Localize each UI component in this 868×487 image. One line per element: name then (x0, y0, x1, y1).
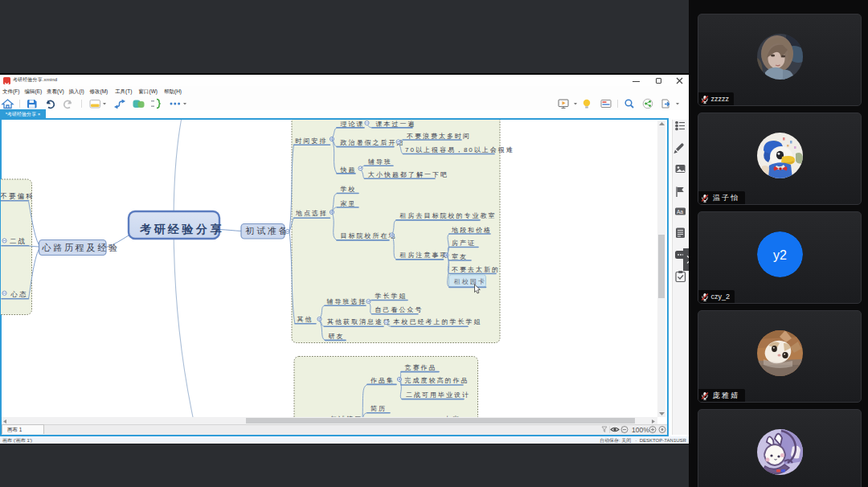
svg-text:本校已经考上的学长学姐: 本校已经考上的学长学姐 (393, 318, 482, 325)
svg-text:辅导班: 辅导班 (368, 158, 392, 166)
svg-text:学长学姐: 学长学姐 (375, 293, 407, 300)
svg-text:其他: 其他 (297, 316, 313, 323)
svg-text:作品集: 作品集 (370, 377, 395, 384)
svg-text:政治暑假之后开始: 政治暑假之后开始 (340, 139, 405, 146)
svg-text:快题: 快题 (340, 166, 357, 174)
svg-text:不要浪费太多时间: 不要浪费太多时间 (407, 133, 471, 140)
svg-text:租校园卡: 租校园卡 (453, 278, 486, 285)
svg-text:目标院校所在地: 目标院校所在地 (341, 232, 397, 239)
svg-text:其他获取消息途径: 其他获取消息途径 (327, 318, 391, 325)
svg-text:70以上很容易，80以上会很难: 70以上很容易，80以上会很难 (405, 146, 514, 153)
svg-text:租房注意事项: 租房注意事项 (399, 252, 448, 259)
svg-text:Aa: Aa (677, 209, 683, 215)
svg-text:简历: 简历 (371, 405, 387, 412)
svg-text:不要去太新的: 不要去太新的 (452, 266, 500, 273)
svg-text:地点选择: 地点选择 (295, 210, 328, 217)
svg-text:心路历程及经验: 心路历程及经验 (42, 243, 120, 252)
svg-text:课本过一遍: 课本过一遍 (376, 121, 416, 128)
svg-text:地段和价格: 地段和价格 (451, 227, 492, 234)
svg-text:辅导班选择: 辅导班选择 (327, 298, 367, 305)
svg-text:房产证: 房产证 (452, 239, 476, 247)
svg-text:二战: 二战 (10, 237, 27, 245)
svg-text:竞赛作品: 竞赛作品 (405, 364, 437, 371)
svg-text:理论课: 理论课 (341, 121, 365, 128)
svg-text:100%: 100% (632, 426, 649, 434)
svg-text:考研经验分享: 考研经验分享 (139, 223, 224, 235)
svg-text:大小快题都了解一下吧: 大小快题都了解一下吧 (368, 171, 448, 178)
svg-text:研友: 研友 (329, 333, 345, 340)
svg-text:家里: 家里 (341, 200, 357, 207)
svg-text:学校: 学校 (341, 186, 357, 193)
svg-text:心态: 心态 (10, 290, 28, 298)
svg-text:不要偏科: 不要偏科 (1, 192, 35, 200)
svg-text:二战可用毕业设计: 二战可用毕业设计 (406, 391, 470, 399)
svg-text:室友: 室友 (452, 253, 468, 260)
svg-text:时间安排: 时间安排 (296, 137, 328, 145)
svg-text:租房去目标院校的专业教室: 租房去目标院校的专业教室 (399, 212, 497, 219)
svg-text:完成度较高的作品: 完成度较高的作品 (405, 377, 469, 384)
svg-text:自己看公众号: 自己看公众号 (375, 306, 424, 313)
svg-text:初试准备: 初试准备 (245, 226, 290, 235)
svg-text:y2: y2 (773, 248, 787, 262)
